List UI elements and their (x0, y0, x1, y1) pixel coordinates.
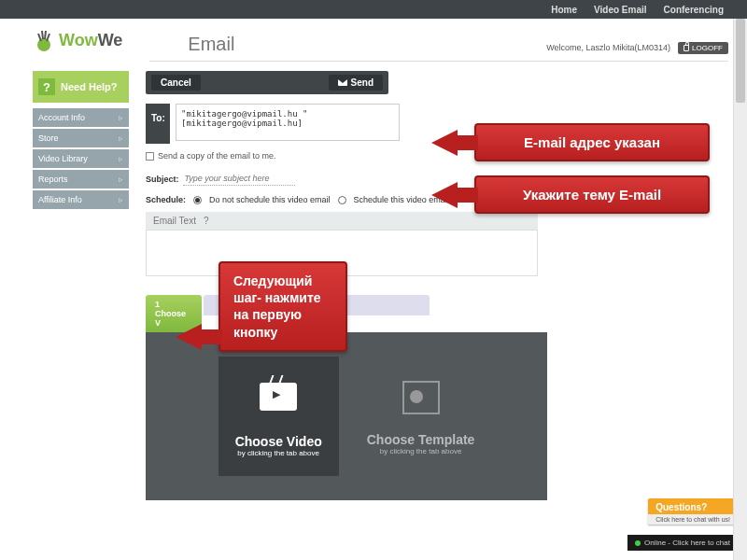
subject-label: Subject: (146, 175, 179, 184)
sidebar-item-account[interactable]: Account Info▹ (33, 108, 129, 127)
subject-input[interactable] (183, 172, 295, 186)
chevron-right-icon: ▹ (119, 133, 123, 143)
callout-subject: Укажите тему E-mail (474, 175, 710, 214)
online-dot-icon (635, 540, 641, 546)
sidebar-item-reports[interactable]: Reports▹ (33, 170, 129, 189)
action-bar: Cancel Send (146, 71, 388, 94)
need-help-box[interactable]: ? Need Help? (33, 71, 129, 103)
email-text-help-icon[interactable]: ? (204, 216, 209, 226)
top-nav: Home Video Email Conferencing (0, 0, 747, 19)
arrow-left-icon (431, 130, 458, 156)
schedule-label: Schedule: (146, 195, 186, 204)
header-row: WowWe Email Welcome, Laszlo Mikita(LM031… (0, 19, 747, 55)
vertical-scrollbar[interactable] (733, 19, 747, 560)
help-question-icon: ? (38, 78, 55, 95)
chevron-right-icon: ▹ (119, 154, 123, 163)
chat-widget[interactable]: Online - Click here to chat (627, 535, 738, 551)
lock-icon (684, 45, 689, 51)
logo-icon (33, 28, 55, 54)
chevron-right-icon: ▹ (119, 113, 123, 122)
email-text-tab[interactable]: Email Text (153, 216, 196, 226)
sidebar: ? Need Help? Account Info▹ Store▹ Video … (33, 71, 129, 500)
tv-icon (255, 383, 302, 425)
logoff-button[interactable]: LOGOFF (678, 42, 728, 54)
template-icon (398, 381, 444, 423)
questions-widget[interactable]: Questions? Click here to chat with us! (648, 498, 738, 525)
nav-video-email[interactable]: Video Email (594, 5, 647, 15)
arrow-left-icon (431, 182, 458, 208)
envelope-icon (338, 79, 347, 86)
sidebar-item-store[interactable]: Store▹ (33, 129, 129, 147)
schedule-radio-no[interactable] (193, 196, 202, 204)
choose-area: Choose Video by clicking the tab above C… (146, 332, 547, 500)
sidebar-item-affiliate[interactable]: Affiliate Info▹ (33, 190, 129, 209)
page-title: Email (188, 34, 234, 55)
callout-email-address: E-mail адрес указан (474, 123, 710, 161)
welcome-text: Welcome, Laszlo Mikita(LM0314) LOGOFF (546, 42, 728, 54)
choose-template-title: Choose Template (367, 432, 475, 447)
email-text-tabbar: Email Text ? (146, 212, 538, 230)
svg-point-0 (37, 38, 50, 51)
choose-video-card[interactable]: Choose Video by clicking the tab above (218, 357, 339, 476)
nav-home[interactable]: Home (551, 5, 577, 15)
to-label: To: (146, 104, 170, 144)
nav-conferencing[interactable]: Conferencing (664, 5, 724, 15)
chevron-right-icon: ▹ (119, 175, 123, 184)
logo-text: WowWe (59, 31, 122, 50)
cancel-button[interactable]: Cancel (151, 75, 201, 91)
to-input[interactable]: "mikitagergo@vipmail.hu "[mikitagergo@vi… (176, 104, 400, 141)
logo[interactable]: WowWe (33, 28, 122, 54)
choose-video-sub: by clicking the tab above (235, 449, 322, 457)
arrow-left-icon (176, 324, 202, 350)
choose-video-title: Choose Video (235, 434, 322, 449)
callout-next-step: Следующий шаг- нажмите на первую кнопку (218, 261, 347, 352)
choose-template-card[interactable]: Choose Template by clicking the tab abov… (367, 377, 475, 455)
scrollbar-thumb[interactable] (736, 19, 745, 103)
schedule-radio-yes[interactable] (338, 196, 346, 204)
questions-widget-sub: Click here to chat with us! (648, 514, 738, 525)
need-help-label: Need Help? (61, 81, 118, 92)
choose-template-sub: by clicking the tab above (367, 447, 475, 455)
header-divider (149, 61, 728, 62)
checkbox-icon[interactable] (146, 152, 154, 161)
send-button[interactable]: Send (329, 75, 383, 91)
chevron-right-icon: ▹ (119, 195, 123, 204)
send-copy-label: Send a copy of the email to me. (158, 151, 276, 161)
sidebar-item-video-library[interactable]: Video Library▹ (33, 149, 129, 168)
schedule-opt1-label: Do not schedule this video email (209, 195, 331, 204)
